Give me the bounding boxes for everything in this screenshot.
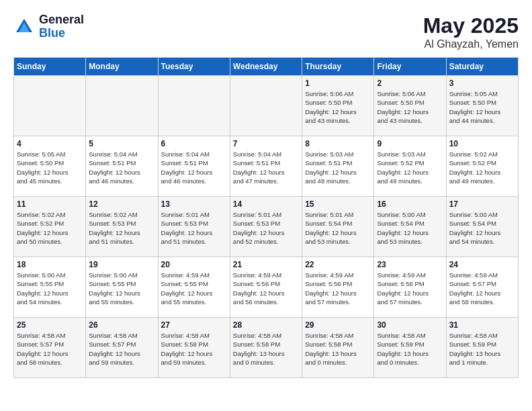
table-cell: 30Sunrise: 4:58 AMSunset: 5:59 PMDayligh… <box>374 318 446 378</box>
day-info: Sunrise: 5:04 AMSunset: 5:51 PMDaylight:… <box>161 150 227 185</box>
day-number: 24 <box>449 260 515 269</box>
day-number: 23 <box>377 260 443 269</box>
day-info: Sunrise: 5:00 AMSunset: 5:55 PMDaylight:… <box>17 271 83 306</box>
day-number: 11 <box>17 199 83 209</box>
day-info: Sunrise: 5:04 AMSunset: 5:51 PMDaylight:… <box>89 150 154 185</box>
day-number: 28 <box>233 320 299 330</box>
table-cell: 14Sunrise: 5:01 AMSunset: 5:53 PMDayligh… <box>230 197 302 257</box>
day-number: 30 <box>377 320 443 330</box>
day-number: 27 <box>161 320 227 330</box>
table-cell: 31Sunrise: 4:58 AMSunset: 5:59 PMDayligh… <box>446 318 518 378</box>
day-info: Sunrise: 4:58 AMSunset: 5:59 PMDaylight:… <box>377 331 443 367</box>
table-cell: 18Sunrise: 5:00 AMSunset: 5:55 PMDayligh… <box>14 257 86 318</box>
table-cell: 2Sunrise: 5:06 AMSunset: 5:50 PMDaylight… <box>374 76 446 136</box>
day-info: Sunrise: 5:00 AMSunset: 5:54 PMDaylight:… <box>377 210 443 246</box>
day-number: 15 <box>305 199 371 209</box>
day-info: Sunrise: 5:05 AMSunset: 5:50 PMDaylight:… <box>17 150 83 185</box>
month-year: May 2025 <box>423 13 519 38</box>
header-tuesday: Tuesday <box>158 58 230 76</box>
table-cell: 15Sunrise: 5:01 AMSunset: 5:54 PMDayligh… <box>302 197 374 257</box>
day-number: 13 <box>161 199 227 209</box>
day-info: Sunrise: 5:03 AMSunset: 5:51 PMDaylight:… <box>305 150 371 185</box>
day-info: Sunrise: 4:58 AMSunset: 5:57 PMDaylight:… <box>17 331 83 367</box>
table-cell: 9Sunrise: 5:03 AMSunset: 5:52 PMDaylight… <box>374 136 446 197</box>
day-info: Sunrise: 5:02 AMSunset: 5:52 PMDaylight:… <box>17 210 83 246</box>
day-info: Sunrise: 4:59 AMSunset: 5:57 PMDaylight:… <box>449 271 515 306</box>
day-info: Sunrise: 4:58 AMSunset: 5:58 PMDaylight:… <box>305 331 371 367</box>
table-cell: 23Sunrise: 4:59 AMSunset: 5:56 PMDayligh… <box>374 257 446 318</box>
table-cell: 27Sunrise: 4:58 AMSunset: 5:58 PMDayligh… <box>158 318 230 378</box>
header-friday: Friday <box>374 58 446 76</box>
logo-blue: Blue <box>39 27 84 40</box>
day-info: Sunrise: 5:03 AMSunset: 5:52 PMDaylight:… <box>377 150 443 185</box>
day-info: Sunrise: 5:05 AMSunset: 5:50 PMDaylight:… <box>449 89 515 125</box>
calendar-header: Sunday Monday Tuesday Wednesday Thursday… <box>14 58 519 76</box>
table-cell: 22Sunrise: 4:59 AMSunset: 5:56 PMDayligh… <box>302 257 374 318</box>
table-cell: 11Sunrise: 5:02 AMSunset: 5:52 PMDayligh… <box>14 197 86 257</box>
logo-icon <box>13 16 35 38</box>
day-info: Sunrise: 5:01 AMSunset: 5:53 PMDaylight:… <box>161 210 227 246</box>
day-info: Sunrise: 5:02 AMSunset: 5:53 PMDaylight:… <box>89 210 154 246</box>
day-number: 14 <box>233 199 299 209</box>
table-cell: 5Sunrise: 5:04 AMSunset: 5:51 PMDaylight… <box>86 136 158 197</box>
logo-general: General <box>39 13 84 27</box>
header-saturday: Saturday <box>446 58 518 76</box>
table-cell: 19Sunrise: 5:00 AMSunset: 5:55 PMDayligh… <box>86 257 158 318</box>
header-sunday: Sunday <box>14 58 86 76</box>
day-info: Sunrise: 4:58 AMSunset: 5:58 PMDaylight:… <box>161 331 227 367</box>
day-number: 25 <box>17 320 83 330</box>
day-info: Sunrise: 4:59 AMSunset: 5:56 PMDaylight:… <box>377 271 443 306</box>
day-info: Sunrise: 5:06 AMSunset: 5:50 PMDaylight:… <box>377 89 443 125</box>
table-cell: 20Sunrise: 4:59 AMSunset: 5:55 PMDayligh… <box>158 257 230 318</box>
table-cell: 26Sunrise: 4:58 AMSunset: 5:57 PMDayligh… <box>86 318 158 378</box>
table-cell: 6Sunrise: 5:04 AMSunset: 5:51 PMDaylight… <box>158 136 230 197</box>
table-cell: 24Sunrise: 4:59 AMSunset: 5:57 PMDayligh… <box>446 257 518 318</box>
page-header: General Blue May 2025 Al Ghayzah, Yemen <box>13 13 519 50</box>
table-cell: 25Sunrise: 4:58 AMSunset: 5:57 PMDayligh… <box>14 318 86 378</box>
calendar-table: Sunday Monday Tuesday Wednesday Thursday… <box>13 57 519 378</box>
day-info: Sunrise: 4:58 AMSunset: 5:59 PMDaylight:… <box>449 331 515 367</box>
day-number: 29 <box>305 320 371 330</box>
header-thursday: Thursday <box>302 58 374 76</box>
table-cell <box>14 76 86 136</box>
day-number: 17 <box>449 199 515 209</box>
day-info: Sunrise: 5:00 AMSunset: 5:55 PMDaylight:… <box>89 271 154 306</box>
day-number: 12 <box>89 199 154 209</box>
table-cell: 12Sunrise: 5:02 AMSunset: 5:53 PMDayligh… <box>86 197 158 257</box>
title-block: May 2025 Al Ghayzah, Yemen <box>423 13 519 50</box>
table-cell <box>86 76 158 136</box>
day-number: 5 <box>89 139 154 148</box>
day-info: Sunrise: 5:01 AMSunset: 5:53 PMDaylight:… <box>233 210 299 246</box>
table-cell <box>230 76 302 136</box>
day-number: 31 <box>449 320 515 330</box>
day-number: 8 <box>305 139 371 148</box>
day-number: 16 <box>377 199 443 209</box>
header-wednesday: Wednesday <box>230 58 302 76</box>
day-number: 9 <box>377 139 443 148</box>
day-number: 20 <box>161 260 227 269</box>
calendar-body: 1Sunrise: 5:06 AMSunset: 5:50 PMDaylight… <box>14 76 519 378</box>
day-info: Sunrise: 4:59 AMSunset: 5:56 PMDaylight:… <box>233 271 299 306</box>
header-monday: Monday <box>86 58 158 76</box>
day-number: 2 <box>377 79 443 88</box>
day-number: 26 <box>89 320 154 330</box>
day-info: Sunrise: 5:01 AMSunset: 5:54 PMDaylight:… <box>305 210 371 246</box>
day-number: 19 <box>89 260 154 269</box>
table-cell <box>158 76 230 136</box>
table-cell: 10Sunrise: 5:02 AMSunset: 5:52 PMDayligh… <box>446 136 518 197</box>
table-cell: 16Sunrise: 5:00 AMSunset: 5:54 PMDayligh… <box>374 197 446 257</box>
table-cell: 29Sunrise: 4:58 AMSunset: 5:58 PMDayligh… <box>302 318 374 378</box>
day-number: 4 <box>17 139 83 148</box>
day-number: 7 <box>233 139 299 148</box>
day-number: 10 <box>449 139 515 148</box>
table-cell: 28Sunrise: 4:58 AMSunset: 5:58 PMDayligh… <box>230 318 302 378</box>
table-cell: 3Sunrise: 5:05 AMSunset: 5:50 PMDaylight… <box>446 76 518 136</box>
day-info: Sunrise: 4:59 AMSunset: 5:56 PMDaylight:… <box>305 271 371 306</box>
day-number: 22 <box>305 260 371 269</box>
day-info: Sunrise: 5:02 AMSunset: 5:52 PMDaylight:… <box>449 150 515 185</box>
day-info: Sunrise: 5:06 AMSunset: 5:50 PMDaylight:… <box>305 89 371 125</box>
day-number: 1 <box>305 79 371 88</box>
table-cell: 21Sunrise: 4:59 AMSunset: 5:56 PMDayligh… <box>230 257 302 318</box>
day-info: Sunrise: 4:59 AMSunset: 5:55 PMDaylight:… <box>161 271 227 306</box>
table-cell: 1Sunrise: 5:06 AMSunset: 5:50 PMDaylight… <box>302 76 374 136</box>
